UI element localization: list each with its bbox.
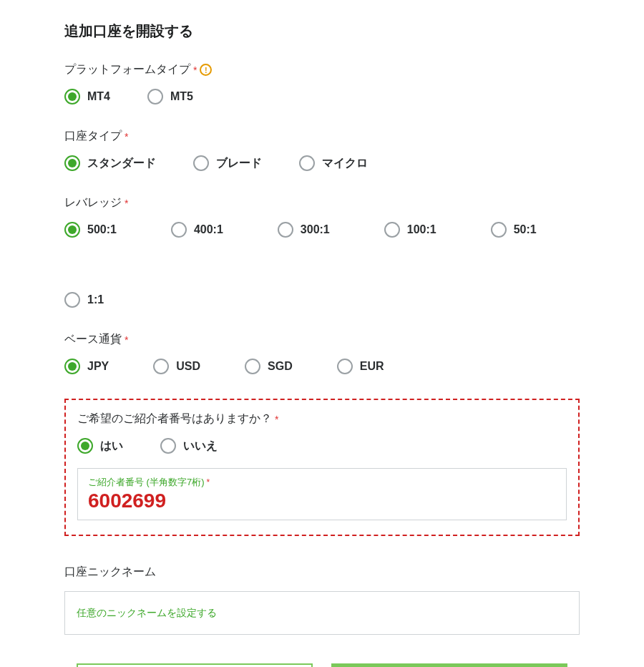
submit-button[interactable]: 口座開設	[331, 663, 567, 667]
platform-option-mt5[interactable]: MT5	[147, 89, 193, 104]
option-label: ブレード	[216, 156, 262, 171]
leverage-option-400[interactable]: 400:1	[171, 222, 223, 238]
option-label: マイクロ	[322, 156, 368, 171]
radio-icon	[245, 359, 260, 374]
option-label: MT5	[170, 90, 193, 103]
platform-type-label-text: プラットフォームタイプ	[64, 62, 190, 77]
option-label: いいえ	[183, 439, 218, 454]
account-type-option-blade[interactable]: ブレード	[193, 155, 262, 171]
radio-icon	[153, 359, 169, 374]
referrer-group: ご希望のご紹介者番号はありますか？ * はい いいえ	[77, 412, 567, 454]
referrer-label-text: ご希望のご紹介者番号はありますか？	[77, 412, 272, 427]
account-type-group: 口座タイプ * スタンダード ブレード マイクロ	[64, 129, 580, 171]
radio-icon	[64, 155, 80, 171]
radio-icon	[64, 222, 80, 238]
radio-icon	[337, 359, 353, 374]
radio-icon	[64, 292, 80, 308]
required-mark: *	[193, 64, 197, 76]
platform-option-mt4[interactable]: MT4	[64, 89, 110, 104]
open-additional-account-form: 追加口座を開設する プラットフォームタイプ * ! MT4 MT5 口座タイプ …	[64, 21, 580, 667]
option-label: 100:1	[407, 223, 436, 236]
nickname-label-text: 口座ニックネーム	[64, 565, 156, 580]
base-currency-label-text: ベース通貨	[64, 332, 122, 347]
cancel-button[interactable]: キャンセル	[77, 663, 313, 667]
option-label: JPY	[87, 360, 109, 373]
nickname-placeholder: 任意のニックネームを設定する	[77, 607, 217, 618]
referrer-option-yes[interactable]: はい	[77, 438, 123, 454]
referrer-label: ご希望のご紹介者番号はありますか？ *	[77, 412, 567, 427]
currency-option-sgd[interactable]: SGD	[245, 359, 293, 374]
page-title: 追加口座を開設する	[64, 21, 580, 41]
leverage-label: レバレッジ *	[64, 195, 580, 210]
option-label: 1:1	[87, 293, 104, 306]
required-mark: *	[275, 414, 278, 425]
action-buttons: キャンセル 口座開設	[64, 663, 580, 667]
radio-icon	[299, 155, 315, 171]
option-label: SGD	[268, 360, 293, 373]
option-label: EUR	[360, 360, 384, 373]
radio-icon	[193, 155, 209, 171]
platform-type-label: プラットフォームタイプ * !	[64, 62, 580, 77]
radio-icon	[171, 222, 187, 238]
option-label: はい	[100, 439, 123, 454]
platform-type-group: プラットフォームタイプ * ! MT4 MT5	[64, 62, 580, 104]
radio-icon	[64, 359, 80, 374]
account-type-label-text: 口座タイプ	[64, 129, 122, 144]
base-currency-options: JPY USD SGD EUR	[64, 359, 580, 374]
leverage-group: レバレッジ * 500:1 400:1 300:1 100:1 50:1	[64, 195, 580, 308]
leverage-option-100[interactable]: 100:1	[384, 222, 436, 238]
currency-option-eur[interactable]: EUR	[337, 359, 384, 374]
referrer-number-label-text: ご紹介者番号 (半角数字7桁)	[88, 476, 205, 489]
referrer-highlight-box: ご希望のご紹介者番号はありますか？ * はい いいえ ご紹介者番号 (半角数字7…	[64, 399, 580, 536]
radio-icon	[147, 89, 163, 104]
currency-option-usd[interactable]: USD	[153, 359, 200, 374]
option-label: スタンダード	[87, 156, 156, 171]
radio-icon	[77, 438, 93, 454]
required-mark: *	[125, 131, 128, 142]
referrer-option-no[interactable]: いいえ	[160, 438, 218, 454]
info-icon[interactable]: !	[200, 64, 212, 76]
option-label: 500:1	[87, 223, 117, 236]
platform-type-options: MT4 MT5	[64, 89, 580, 104]
base-currency-label: ベース通貨 *	[64, 332, 580, 347]
radio-icon	[278, 222, 293, 238]
option-label: 400:1	[194, 223, 223, 236]
leverage-option-1[interactable]: 1:1	[64, 292, 104, 308]
radio-icon	[64, 89, 80, 104]
account-type-option-micro[interactable]: マイクロ	[299, 155, 368, 171]
leverage-label-text: レバレッジ	[64, 195, 122, 210]
base-currency-group: ベース通貨 * JPY USD SGD EUR	[64, 332, 580, 374]
option-label: 300:1	[301, 223, 330, 236]
option-label: MT4	[87, 90, 110, 103]
referrer-number-value: 6002699	[88, 490, 556, 511]
radio-icon	[491, 222, 507, 238]
radio-icon	[160, 438, 176, 454]
referrer-number-field[interactable]: ご紹介者番号 (半角数字7桁) * 6002699	[77, 468, 567, 520]
nickname-label: 口座ニックネーム	[64, 565, 580, 580]
option-label: USD	[176, 360, 200, 373]
option-label: 50:1	[514, 223, 537, 236]
referrer-number-label: ご紹介者番号 (半角数字7桁) *	[88, 476, 556, 489]
leverage-option-50[interactable]: 50:1	[491, 222, 537, 238]
currency-option-jpy[interactable]: JPY	[64, 359, 109, 374]
leverage-options: 500:1 400:1 300:1 100:1 50:1 1:1	[64, 222, 580, 308]
account-type-option-standard[interactable]: スタンダード	[64, 155, 156, 171]
required-mark: *	[207, 477, 210, 487]
account-type-label: 口座タイプ *	[64, 129, 580, 144]
nickname-input[interactable]: 任意のニックネームを設定する	[64, 591, 580, 635]
nickname-group: 口座ニックネーム 任意のニックネームを設定する	[64, 565, 580, 635]
radio-icon	[384, 222, 400, 238]
required-mark: *	[125, 334, 128, 346]
leverage-option-300[interactable]: 300:1	[278, 222, 330, 238]
referrer-options: はい いいえ	[77, 438, 567, 454]
leverage-option-500[interactable]: 500:1	[64, 222, 117, 238]
required-mark: *	[125, 198, 128, 209]
account-type-options: スタンダード ブレード マイクロ	[64, 155, 580, 171]
